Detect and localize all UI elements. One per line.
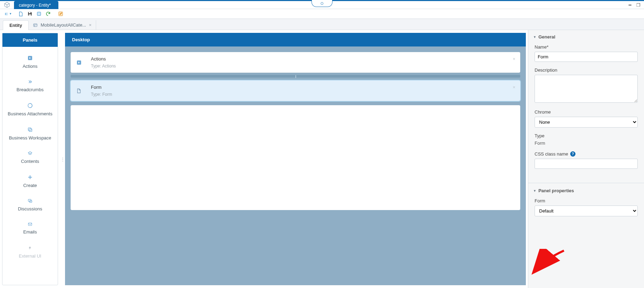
palette-item-label: Emails: [23, 229, 37, 235]
swirl-icon: [27, 103, 33, 108]
palette-item-label: External UI: [19, 253, 41, 259]
window-title-tab[interactable]: category - Entity*: [14, 1, 58, 9]
svg-rect-5: [34, 24, 37, 27]
window-title: category - Entity*: [19, 3, 51, 8]
svg-rect-1: [29, 12, 30, 14]
bolt-icon: [28, 245, 32, 251]
panel-card-subtitle: Type: Form: [91, 92, 112, 97]
copy-icon: [27, 127, 33, 132]
svg-rect-3: [37, 12, 41, 16]
palette-item-label: Discussions: [18, 206, 42, 211]
panel-card-close-icon[interactable]: ×: [513, 56, 515, 62]
plus-icon: [27, 174, 33, 180]
svg-rect-10: [29, 129, 32, 131]
palette-item-label: Business Workspace: [9, 135, 51, 141]
palette-item-label: Create: [23, 183, 37, 188]
form-label: Form: [535, 198, 638, 203]
save-all-button[interactable]: [35, 10, 43, 18]
chrome-select[interactable]: None: [535, 117, 638, 128]
collapse-arrow-icon: ▼: [533, 189, 536, 193]
name-input[interactable]: [535, 52, 638, 62]
new-button[interactable]: [17, 10, 24, 18]
layers-icon: [27, 151, 33, 156]
back-dropdown-button[interactable]: ▼: [4, 10, 12, 18]
css-input[interactable]: [535, 159, 638, 169]
palette-item-discussions[interactable]: Discussions: [2, 195, 58, 218]
canvas-header: Desktop: [65, 33, 526, 46]
panel-card-actions[interactable]: ActionsType: Actions×: [71, 52, 520, 73]
type-label: Type: [535, 133, 638, 138]
refresh-button[interactable]: [44, 10, 52, 18]
css-label: CSS class name ?: [535, 151, 638, 157]
palette-item-emails[interactable]: Emails: [2, 218, 58, 242]
collapse-arrow-icon: ▼: [533, 35, 536, 39]
insert-handle[interactable]: [71, 75, 520, 78]
panel-card-close-icon[interactable]: ×: [513, 85, 515, 90]
arrow-right-box-icon: [27, 55, 33, 61]
tab-document[interactable]: MobileLayoutAllCate... ×: [29, 20, 96, 30]
save-button[interactable]: [26, 10, 34, 18]
tab-entity[interactable]: Entity: [3, 20, 29, 30]
edit-button[interactable]: [57, 10, 64, 18]
envelope-icon: [27, 222, 33, 226]
palette-header: Panels: [2, 33, 58, 47]
palette-item-label: Actions: [23, 64, 38, 69]
svg-rect-11: [28, 128, 31, 131]
svg-rect-2: [29, 14, 31, 16]
panel-card-title: Form: [91, 85, 112, 90]
palette-item-contents[interactable]: Contents: [2, 147, 58, 171]
palette-item-breadcrumbs[interactable]: Breadcrumbs: [2, 76, 58, 99]
tab-close-icon[interactable]: ×: [89, 22, 92, 28]
app-logo-icon: [0, 1, 14, 9]
description-textarea[interactable]: [535, 75, 638, 103]
window-maximize-button[interactable]: ❐: [636, 2, 641, 8]
svg-point-0: [321, 2, 323, 5]
canvas-drop-area[interactable]: [71, 105, 520, 210]
panel-card-form[interactable]: FormType: Form×: [71, 80, 520, 101]
palette-item-business-workspace[interactable]: Business Workspace: [2, 123, 58, 147]
layout-icon: [33, 23, 38, 27]
file-icon: [76, 88, 86, 94]
window-minimize-button[interactable]: ━: [629, 2, 631, 8]
palette-item-create[interactable]: Create: [2, 171, 58, 195]
help-icon[interactable]: ?: [570, 151, 575, 157]
type-value: Form: [535, 141, 638, 146]
form-select[interactable]: Default: [535, 206, 638, 216]
chat-icon: [27, 199, 33, 203]
palette-item-label: Business Attachments: [8, 111, 52, 116]
tab-document-label: MobileLayoutAllCate...: [41, 22, 86, 28]
panel-card-subtitle: Type: Actions: [91, 64, 116, 69]
palette-item-actions[interactable]: Actions: [2, 52, 58, 76]
chevrons-right-icon: [27, 79, 33, 84]
palette-item-label: Breadcrumbs: [16, 87, 43, 92]
splitter-left[interactable]: ⋮: [60, 30, 65, 288]
palette-item-external-ui[interactable]: External UI: [2, 242, 58, 266]
chrome-label: Chrome: [535, 109, 638, 115]
section-panel-header[interactable]: ▼ Panel properties: [528, 183, 644, 197]
svg-rect-16: [28, 223, 32, 226]
section-general-header[interactable]: ▼ General: [528, 33, 644, 43]
arrow-right-box-icon: [76, 60, 86, 65]
title-pull-handle[interactable]: [312, 0, 332, 7]
palette-item-label: Contents: [21, 159, 39, 164]
panel-card-title: Actions: [91, 56, 116, 62]
description-label: Description: [535, 67, 638, 73]
palette-item-business-attachments[interactable]: Business Attachments: [2, 99, 58, 123]
name-label: Name*: [535, 44, 638, 50]
